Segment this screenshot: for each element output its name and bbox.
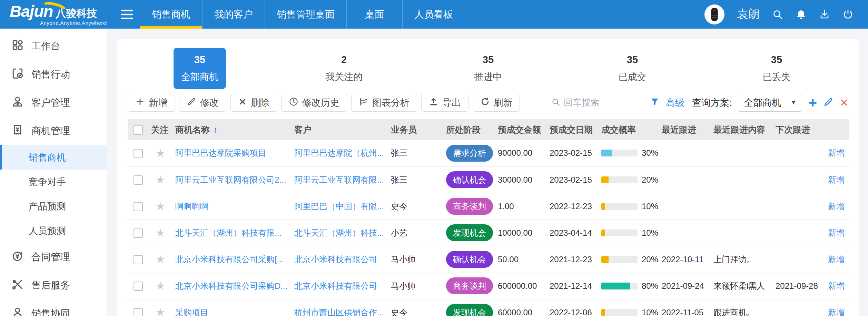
power-icon[interactable] bbox=[842, 9, 854, 20]
col-header-customer[interactable]: 客户 bbox=[292, 119, 388, 140]
opportunity-name-link[interactable]: 阿里巴巴达摩院采购项目 bbox=[175, 148, 266, 157]
col-header-next-follow[interactable]: 下次跟进 bbox=[773, 119, 825, 140]
sidebar-item-competitors[interactable]: 竞争对手 bbox=[0, 170, 107, 194]
sidebar-item-contract-mgmt[interactable]: 合同管理 bbox=[0, 243, 107, 271]
sidebar-item-customer-mgmt[interactable]: 客户管理 bbox=[0, 89, 107, 117]
opportunity-name-link[interactable]: 啊啊啊啊 bbox=[175, 202, 208, 211]
close-date-cell: 2022-12-06 bbox=[547, 299, 599, 316]
tab-desktop[interactable]: 桌面 bbox=[347, 0, 403, 29]
row-add-link[interactable]: 新增 bbox=[828, 148, 845, 157]
refresh-button[interactable]: 刷新 bbox=[473, 94, 520, 112]
col-header-probability[interactable]: 成交概率 bbox=[599, 119, 659, 140]
col-header-close-date[interactable]: 预成交日期 bbox=[547, 119, 599, 140]
customer-link[interactable]: 北斗天汇（湖州）科技... bbox=[294, 228, 384, 237]
customer-link[interactable]: 阿里云工业互联网有限... bbox=[294, 175, 384, 184]
star-icon[interactable]: ★ bbox=[156, 280, 165, 292]
row-checkbox[interactable] bbox=[134, 228, 143, 238]
query-scheme-select[interactable]: 全部商机 ▼ bbox=[738, 94, 802, 112]
customer-link[interactable]: 北京小米科技有限公司 bbox=[294, 255, 377, 264]
row-checkbox[interactable] bbox=[134, 255, 143, 264]
stage-badge: 发现机会 bbox=[446, 224, 493, 242]
select-all-checkbox[interactable] bbox=[134, 125, 143, 135]
tab-sales-opportunity[interactable]: 销售商机 bbox=[140, 0, 203, 29]
stat-card-all[interactable]: 35 全部商机 bbox=[174, 48, 226, 89]
delete-button[interactable]: 删除 bbox=[230, 94, 277, 112]
delete-scheme-icon[interactable]: ✕ bbox=[840, 98, 849, 108]
opportunity-name-link[interactable]: 北京小米科技有限公司采购D... bbox=[175, 281, 287, 290]
sidebar-item-after-sales[interactable]: 售后服务 bbox=[0, 271, 107, 299]
stat-in-progress: 35 推进中 bbox=[416, 48, 560, 89]
stat-card-lost[interactable]: 35 已丢失 bbox=[755, 48, 798, 89]
col-header-stage[interactable]: 所处阶段 bbox=[443, 119, 495, 140]
opportunity-name-link[interactable]: 阿里云工业互联网有限公司2... bbox=[175, 175, 286, 184]
search-input[interactable] bbox=[564, 97, 644, 108]
tab-sales-desktop[interactable]: 销售管理桌面 bbox=[265, 0, 347, 29]
history-button[interactable]: 修改历史 bbox=[281, 94, 347, 112]
avatar[interactable] bbox=[704, 4, 724, 24]
row-add-link[interactable]: 新增 bbox=[828, 255, 845, 264]
last-follow-content-cell bbox=[711, 140, 773, 166]
sidebar-item-workbench[interactable]: 工作台 bbox=[0, 32, 107, 60]
col-header-last-follow-content[interactable]: 最近跟进内容 bbox=[711, 119, 773, 140]
row-add-link[interactable]: 新增 bbox=[828, 175, 845, 184]
stat-card-in-progress[interactable]: 35 推进中 bbox=[467, 48, 510, 89]
sidebar-item-sales-collab[interactable]: 销售协同 bbox=[0, 299, 107, 316]
bell-icon[interactable] bbox=[796, 9, 807, 20]
username[interactable]: 袁朗 bbox=[737, 7, 760, 22]
edit-button[interactable]: 修改 bbox=[179, 94, 226, 112]
star-icon[interactable]: ★ bbox=[156, 306, 165, 316]
star-icon[interactable]: ★ bbox=[156, 174, 165, 186]
col-header-last-follow[interactable]: 最近跟进 bbox=[659, 119, 711, 140]
last-follow-content-cell: 上门拜访。 bbox=[711, 246, 773, 273]
row-add-link[interactable]: 新增 bbox=[828, 308, 845, 316]
stat-card-won[interactable]: 35 已成交 bbox=[611, 48, 654, 89]
row-checkbox[interactable] bbox=[134, 149, 143, 158]
tab-my-customers[interactable]: 我的客户 bbox=[203, 0, 265, 29]
star-icon[interactable]: ★ bbox=[156, 227, 165, 239]
grid-icon bbox=[11, 39, 24, 54]
row-add-link[interactable]: 新增 bbox=[828, 202, 845, 211]
row-checkbox[interactable] bbox=[134, 282, 143, 291]
customer-link[interactable]: 杭州市萧山区供销合作... bbox=[294, 308, 384, 316]
edit-scheme-icon[interactable] bbox=[823, 97, 834, 109]
chart-analysis-button[interactable]: 图表分析 bbox=[351, 94, 417, 112]
stage-cell: 确认机会 bbox=[443, 246, 495, 273]
col-header-salesperson[interactable]: 业务员 bbox=[388, 119, 443, 140]
menu-toggle-icon[interactable] bbox=[114, 0, 140, 29]
sort-asc-icon[interactable]: ↑ bbox=[213, 124, 218, 135]
probability-cell: 20% bbox=[599, 166, 659, 193]
star-icon[interactable]: ★ bbox=[156, 147, 165, 159]
customer-link[interactable]: 阿里巴巴（中国）有限... bbox=[294, 202, 384, 211]
stage-badge: 商务谈判 bbox=[446, 198, 493, 215]
col-header-amount[interactable]: 预成交金额 bbox=[495, 119, 547, 140]
row-checkbox[interactable] bbox=[134, 308, 143, 316]
add-button[interactable]: 新增 bbox=[128, 94, 175, 112]
search-icon[interactable] bbox=[772, 9, 783, 20]
row-checkbox[interactable] bbox=[134, 175, 143, 185]
customer-link[interactable]: 北京小米科技有限公司 bbox=[294, 281, 377, 290]
sidebar-item-staff-forecast[interactable]: 人员预测 bbox=[0, 218, 107, 243]
star-icon[interactable]: ★ bbox=[156, 253, 165, 265]
col-header-name[interactable]: 商机名称↑ bbox=[172, 119, 292, 140]
col-header-follow[interactable]: 关注 bbox=[148, 119, 172, 140]
stat-card-followed[interactable]: 2 我关注的 bbox=[318, 48, 370, 89]
opportunity-name-link[interactable]: 北斗天汇（湖州）科技有限... bbox=[175, 228, 282, 237]
sidebar-item-opportunity-mgmt[interactable]: 商机管理 bbox=[0, 117, 107, 145]
download-icon[interactable] bbox=[819, 9, 830, 20]
star-icon[interactable]: ★ bbox=[156, 200, 165, 212]
row-add-link[interactable]: 新增 bbox=[828, 281, 845, 290]
sidebar-item-product-forecast[interactable]: 产品预测 bbox=[0, 194, 107, 218]
tab-staff-board[interactable]: 人员看板 bbox=[403, 0, 465, 29]
stage-cell: 确认机会 bbox=[443, 166, 495, 193]
row-checkbox[interactable] bbox=[134, 202, 143, 211]
advanced-search-link[interactable]: 高级 bbox=[666, 96, 684, 109]
opportunity-name-link[interactable]: 采购项目 bbox=[175, 308, 208, 316]
sidebar-item-sales-action[interactable]: 销售行动 bbox=[0, 60, 107, 89]
add-scheme-icon[interactable]: + bbox=[808, 95, 817, 110]
row-add-link[interactable]: 新增 bbox=[828, 228, 845, 237]
sidebar-item-sales-opportunity[interactable]: 销售商机 bbox=[0, 145, 107, 170]
filter-funnel-icon[interactable] bbox=[650, 97, 660, 108]
opportunity-name-link[interactable]: 北京小米科技有限公司采购[... bbox=[175, 255, 284, 264]
export-button[interactable]: 导出 bbox=[421, 94, 468, 112]
customer-link[interactable]: 阿里巴巴达摩院（杭州... bbox=[294, 148, 384, 157]
